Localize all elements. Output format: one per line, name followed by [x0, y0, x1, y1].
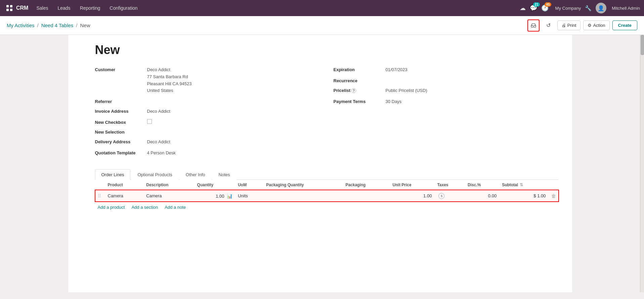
pricelist-help-icon[interactable]: ? — [351, 88, 356, 93]
row-drag-handle[interactable]: ⠿ — [95, 190, 105, 202]
row-product[interactable]: Camera — [105, 190, 144, 202]
row-uom[interactable]: Units — [235, 190, 263, 202]
col-header-packaging-quantity: Packaging Quantity — [263, 180, 343, 190]
delivery-address-label: Delivery Address — [95, 139, 147, 144]
pricelist-label: Pricelist? — [334, 87, 386, 93]
gear-icon: ⚙ — [588, 23, 592, 28]
save-manually-button[interactable] — [527, 19, 540, 32]
print-button[interactable]: 🖨 Print — [557, 20, 581, 30]
top-navigation: CRM Sales Leads Reporting Configuration … — [0, 0, 644, 16]
delivery-address-field-row: Delivery Address Deco Addict — [95, 139, 320, 146]
scrollbar-thumb[interactable] — [641, 35, 644, 55]
alerts-badge: 45 — [545, 2, 551, 7]
svg-rect-0 — [6, 5, 9, 7]
recurrence-label: Recurrence — [334, 78, 386, 83]
avatar[interactable]: 👤 — [596, 3, 606, 13]
alerts-button[interactable]: 🕐 45 — [541, 4, 549, 12]
invoice-address-value[interactable]: Deco Addict — [147, 108, 170, 115]
quotation-template-value[interactable]: 4 Person Desk — [147, 150, 176, 157]
new-selection-label: New Selection — [95, 129, 147, 135]
cloud-icon[interactable]: ☁ — [520, 4, 526, 12]
row-description[interactable]: Camera — [143, 190, 194, 202]
drag-icon[interactable]: ⠿ — [98, 193, 102, 199]
new-checkbox-input[interactable] — [147, 119, 152, 124]
record-title: New — [95, 43, 559, 57]
tax-badge[interactable]: s — [438, 193, 444, 199]
add-note-link[interactable]: Add a note — [165, 205, 186, 210]
svg-rect-3 — [10, 9, 12, 11]
breadcrumb-my-activities[interactable]: My Activities — [7, 22, 35, 28]
chat-notification-button[interactable]: 💬 21 — [530, 4, 537, 12]
expiration-field-row: Expiration 01/07/2023 — [334, 66, 559, 73]
forecast-chart-icon[interactable]: 📊 — [227, 193, 232, 199]
row-delete-cell[interactable]: 🗑 — [549, 190, 559, 202]
recurrence-field-row: Recurrence — [334, 78, 559, 83]
nav-item-leads[interactable]: Leads — [53, 3, 74, 13]
undo-button[interactable]: ↺ — [542, 20, 555, 31]
row-packaging[interactable] — [343, 190, 390, 202]
form-grid: Customer Deco Addict 77 Santa Barbara Rd… — [95, 66, 559, 161]
breadcrumb-sep-1: / — [37, 22, 39, 28]
row-unit-price[interactable]: 1.00 — [390, 190, 435, 202]
add-section-link[interactable]: Add a section — [131, 205, 158, 210]
breadcrumb-need-4-tables[interactable]: Need 4 Tables — [41, 22, 74, 28]
company-name[interactable]: My Company — [555, 6, 581, 11]
nav-item-configuration[interactable]: Configuration — [105, 3, 141, 13]
breadcrumb-current: New — [80, 22, 90, 28]
col-header-packaging: Packaging — [343, 180, 390, 190]
create-button[interactable]: Create — [612, 20, 637, 30]
referrer-field-row: Referrer — [95, 98, 320, 104]
add-product-link[interactable]: Add a product — [98, 205, 125, 210]
subtotal-sort-icon[interactable]: ⇅ — [520, 183, 523, 187]
customer-address1: 77 Santa Barbara Rd — [147, 73, 192, 81]
col-header-description: Description — [143, 180, 194, 190]
col-header-unit-price: Unit Price — [390, 180, 435, 190]
svg-rect-1 — [10, 5, 12, 7]
tab-optional-products[interactable]: Optional Products — [131, 169, 178, 180]
scrollbar-track — [640, 35, 644, 292]
main-wrapper: New Customer Deco Addict 77 Santa Barbar… — [0, 35, 644, 299]
invoice-address-label: Invoice Address — [95, 108, 147, 114]
payment-terms-label: Payment Terms — [334, 98, 386, 104]
apps-menu-button[interactable] — [4, 3, 15, 13]
svg-rect-2 — [6, 9, 9, 11]
new-checkbox-label: New Checkbox — [95, 119, 147, 125]
tab-notes[interactable]: Notes — [212, 169, 237, 180]
new-selection-field-row: New Selection — [95, 129, 320, 135]
payment-terms-field-row: Payment Terms 30 Days — [334, 98, 559, 105]
pricelist-field-row: Pricelist? Public Pricelist (USD) — [334, 87, 559, 94]
tab-other-info[interactable]: Other Info — [179, 169, 212, 180]
action-button[interactable]: ⚙ Action — [583, 20, 609, 30]
customer-value[interactable]: Deco Addict 77 Santa Barbara Rd Pleasant… — [147, 66, 192, 94]
col-header-disc: Disc.% — [465, 180, 499, 190]
row-quantity[interactable]: 1.00 📊 — [195, 190, 235, 202]
chat-badge: 21 — [533, 2, 540, 7]
tab-order-lines[interactable]: Order Lines — [95, 169, 131, 180]
row-taxes[interactable]: s — [434, 190, 465, 202]
pricelist-value[interactable]: Public Pricelist (USD) — [386, 87, 427, 94]
row-disc[interactable]: 0.00 — [465, 190, 499, 202]
new-checkbox-field-row: New Checkbox — [95, 119, 320, 125]
add-links-row: Add a product Add a section Add a note — [95, 202, 559, 212]
quotation-template-label: Quotation Template — [95, 150, 147, 155]
table-row: ⠿ Camera Camera 1.00 📊 Units — [95, 190, 559, 202]
order-lines-table: Product Description Quantity UoM Packagi… — [95, 180, 559, 202]
col-header-quantity: Quantity — [195, 180, 235, 190]
expiration-value[interactable]: 01/07/2023 — [386, 66, 407, 73]
payment-terms-value[interactable]: 30 Days — [386, 98, 402, 105]
tabs-bar: Order Lines Optional Products Other Info… — [95, 169, 559, 180]
quotation-template-field-row: Quotation Template 4 Person Desk — [95, 150, 320, 157]
col-header-subtotal: Subtotal ⇅ — [499, 180, 548, 190]
nav-item-reporting[interactable]: Reporting — [76, 3, 104, 13]
col-header-uom: UoM — [235, 180, 263, 190]
row-packaging-quantity[interactable] — [263, 190, 343, 202]
app-brand: CRM — [16, 5, 28, 11]
settings-icon[interactable]: 🔧 — [585, 5, 592, 11]
delete-row-icon[interactable]: 🗑 — [551, 193, 556, 199]
content-area: New Customer Deco Addict 77 Santa Barbar… — [68, 35, 572, 292]
customer-label: Customer — [95, 66, 147, 72]
delivery-address-value[interactable]: Deco Addict — [147, 139, 170, 146]
breadcrumb-bar: My Activities / Need 4 Tables / New ↺ 🖨 … — [0, 16, 644, 35]
nav-item-sales[interactable]: Sales — [32, 3, 52, 13]
username[interactable]: Mitchell Admin — [612, 6, 640, 11]
